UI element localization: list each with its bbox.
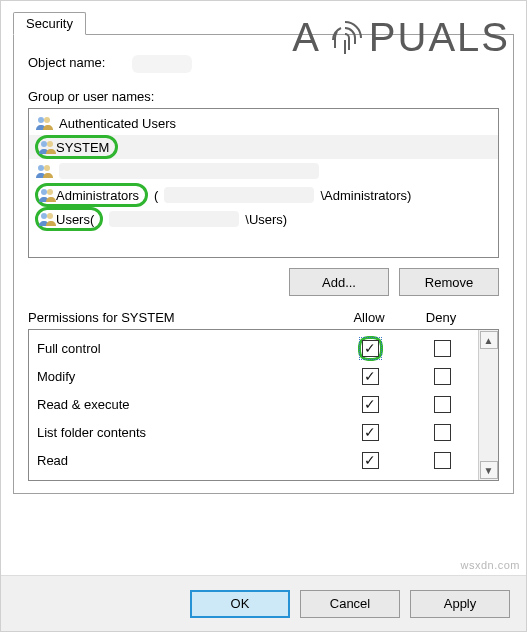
permissions-for-label: Permissions for SYSTEM <box>28 310 333 325</box>
permission-name: Read <box>37 453 334 468</box>
tab-security[interactable]: Security <box>13 12 86 35</box>
list-item-label: SYSTEM <box>56 140 109 155</box>
cancel-button[interactable]: Cancel <box>300 590 400 618</box>
svg-point-9 <box>47 213 53 219</box>
highlight-ring: Users ( <box>35 207 103 231</box>
svg-point-5 <box>44 165 50 171</box>
svg-point-6 <box>41 189 47 195</box>
list-item[interactable]: Users ( \Users) <box>29 207 498 231</box>
tab-content: Object name: Group or user names: Authen… <box>13 35 514 494</box>
object-name-row: Object name: <box>28 55 499 73</box>
list-item-label: Authenticated Users <box>59 116 176 131</box>
remove-button[interactable]: Remove <box>399 268 499 296</box>
users-group-icon <box>35 163 53 179</box>
svg-point-0 <box>38 117 44 123</box>
users-group-icon <box>38 187 56 203</box>
svg-point-2 <box>41 141 47 147</box>
group-list-label: Group or user names: <box>28 89 499 104</box>
list-item[interactable] <box>29 159 498 183</box>
scroll-up-icon[interactable]: ▲ <box>480 331 498 349</box>
deny-checkbox[interactable] <box>434 424 451 441</box>
list-item-label-redacted <box>59 163 319 179</box>
list-item-paren-open: ( <box>154 188 158 203</box>
svg-point-3 <box>47 141 53 147</box>
highlight-ring: SYSTEM <box>35 135 118 159</box>
object-name-value <box>132 55 192 73</box>
list-item-machine-redacted <box>164 187 314 203</box>
users-group-icon <box>38 139 56 155</box>
object-name-label: Object name: <box>28 55 128 70</box>
list-item-suffix: \Users) <box>245 212 287 227</box>
svg-point-4 <box>38 165 44 171</box>
deny-column-label: Deny <box>405 310 477 325</box>
list-item[interactable]: Administrators ( \Administrators) <box>29 183 498 207</box>
permission-name: Full control <box>37 341 334 356</box>
allow-checkbox[interactable] <box>362 396 379 413</box>
permissions-rows: Full control Modify Read & exe <box>29 330 478 480</box>
list-item-suffix: \Administrators) <box>320 188 411 203</box>
dialog-button-bar: OK Cancel Apply <box>1 575 526 631</box>
allow-checkbox[interactable] <box>362 368 379 385</box>
allow-checkbox[interactable] <box>362 340 379 357</box>
permission-row: Read & execute <box>37 390 478 418</box>
list-item[interactable]: SYSTEM <box>29 135 498 159</box>
properties-dialog: A PUALS Security Object name: Group or u… <box>0 0 527 632</box>
list-item-label: Users <box>56 212 90 227</box>
deny-checkbox[interactable] <box>434 396 451 413</box>
list-item-machine-redacted <box>109 211 239 227</box>
permission-row: Full control <box>37 334 478 362</box>
permission-row: Read <box>37 446 478 474</box>
group-buttons-row: Add... Remove <box>28 268 499 296</box>
ok-button[interactable]: OK <box>190 590 290 618</box>
tabstrip: Security <box>13 9 514 35</box>
svg-point-1 <box>44 117 50 123</box>
deny-checkbox[interactable] <box>434 340 451 357</box>
svg-point-7 <box>47 189 53 195</box>
permission-name: Read & execute <box>37 397 334 412</box>
list-item-paren-open: ( <box>90 212 94 227</box>
list-item-label: Administrators <box>56 188 139 203</box>
list-item[interactable]: Authenticated Users <box>29 111 498 135</box>
permission-name: Modify <box>37 369 334 384</box>
allow-checkbox[interactable] <box>362 452 379 469</box>
scroll-down-icon[interactable]: ▼ <box>480 461 498 479</box>
footer-watermark: wsxdn.com <box>460 559 520 571</box>
users-group-icon <box>38 211 56 227</box>
deny-checkbox[interactable] <box>434 452 451 469</box>
permissions-box: Full control Modify Read & exe <box>28 329 499 481</box>
apply-button[interactable]: Apply <box>410 590 510 618</box>
permissions-header: Permissions for SYSTEM Allow Deny <box>28 310 499 325</box>
permission-row: Modify <box>37 362 478 390</box>
allow-checkbox[interactable] <box>362 424 379 441</box>
users-group-icon <box>35 115 53 131</box>
group-user-list[interactable]: Authenticated Users SYSTEM <box>28 108 499 258</box>
highlight-ring <box>358 336 383 361</box>
svg-point-8 <box>41 213 47 219</box>
permission-name: List folder contents <box>37 425 334 440</box>
highlight-ring: Administrators <box>35 183 148 207</box>
deny-checkbox[interactable] <box>434 368 451 385</box>
allow-column-label: Allow <box>333 310 405 325</box>
add-button[interactable]: Add... <box>289 268 389 296</box>
permission-row: List folder contents <box>37 418 478 446</box>
permissions-scrollbar[interactable]: ▲ ▼ <box>478 330 498 480</box>
